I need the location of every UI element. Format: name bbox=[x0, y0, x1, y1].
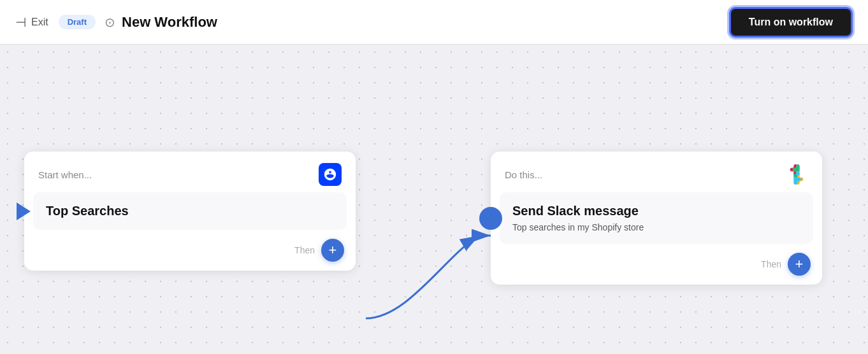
workflow-canvas: Start when... Top Searches Then + Do thi… bbox=[0, 45, 868, 354]
action-card-footer: Then + bbox=[491, 253, 822, 285]
exit-icon: ⊣ bbox=[15, 15, 26, 30]
action-add-button[interactable]: + bbox=[788, 253, 811, 276]
algolia-icon bbox=[319, 163, 342, 186]
trigger-card-body: Top Searches bbox=[33, 192, 347, 230]
action-card-subtitle: Top searches in my Shopify store bbox=[512, 222, 800, 232]
exit-label: Exit bbox=[31, 17, 48, 28]
svg-rect-5 bbox=[796, 171, 800, 175]
page-title: New Workflow bbox=[122, 14, 217, 31]
action-connect-dot bbox=[479, 207, 502, 230]
trigger-play-icon bbox=[17, 202, 31, 220]
trigger-then-label: Then bbox=[294, 245, 315, 255]
trigger-card-header: Start when... bbox=[24, 152, 356, 192]
action-card-body: Send Slack message Top searches in my Sh… bbox=[500, 192, 813, 244]
trigger-header-label: Start when... bbox=[38, 169, 92, 180]
exit-button[interactable]: ⊣ Exit bbox=[15, 15, 48, 30]
slack-icon bbox=[785, 163, 808, 186]
action-card-header: Do this... bbox=[491, 152, 822, 192]
trigger-add-button[interactable]: + bbox=[321, 239, 344, 262]
action-card: Do this... bbox=[491, 152, 822, 285]
action-header-label: Do this... bbox=[505, 169, 542, 180]
header: ⊣ Exit Draft ⊙ New Workflow Turn on work… bbox=[0, 0, 868, 45]
turn-on-workflow-button[interactable]: Turn on workflow bbox=[729, 7, 853, 38]
draft-badge[interactable]: Draft bbox=[59, 15, 96, 29]
action-card-title: Send Slack message bbox=[512, 204, 800, 218]
trigger-card-footer: Then + bbox=[24, 239, 356, 271]
action-then-label: Then bbox=[761, 259, 781, 269]
check-icon: ⊙ bbox=[105, 15, 115, 30]
trigger-card: Start when... Top Searches Then + bbox=[24, 152, 356, 271]
trigger-card-title: Top Searches bbox=[46, 204, 334, 218]
